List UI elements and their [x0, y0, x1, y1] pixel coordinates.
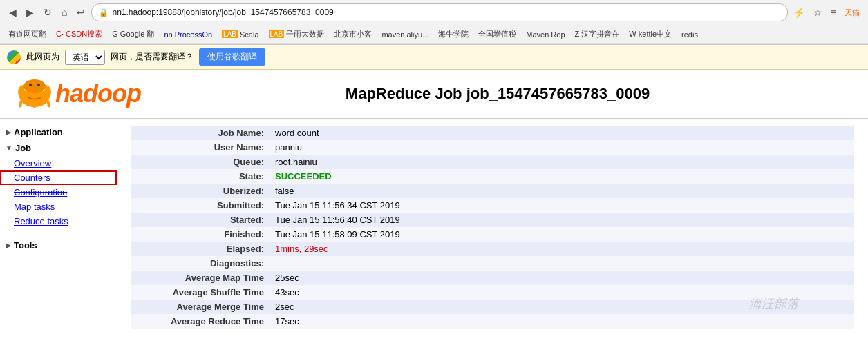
bookmark-hanzi[interactable]: Z 汉字拼音在 [572, 28, 623, 41]
forward-button[interactable]: ▶ [23, 6, 37, 19]
bookmark-csdn[interactable]: C· CSDN搜索 [53, 28, 105, 41]
row-value: false [270, 184, 854, 198]
bookmark-scala[interactable]: LAB Scala [219, 29, 261, 40]
bookmark-google[interactable]: G Google 翻 [109, 28, 157, 41]
row-value: Tue Jan 15 11:56:34 CST 2019 [270, 198, 854, 213]
row-value: SUCCEEDED [270, 169, 854, 184]
table-row: Average Shuffle Time43sec [131, 285, 854, 300]
menu-button[interactable]: ≡ [828, 6, 839, 19]
sidebar-overview-link[interactable]: Overview [0, 156, 117, 170]
content-area: Job Name:word countUser Name:panniuQueue… [117, 119, 868, 353]
bookmark-processon[interactable]: nn ProcessOn [161, 29, 215, 40]
sidebar-application-label: Application [14, 127, 63, 137]
row-label: Started: [131, 213, 270, 227]
translation-text1: 此网页为 [26, 51, 59, 63]
table-row: Uberized:false [131, 184, 854, 198]
bookmark-kettle[interactable]: W kettle中文 [626, 28, 674, 41]
row-value: Tue Jan 15 11:56:40 CST 2019 [270, 213, 854, 227]
bookmarks-bar: 有道网页翻 C· CSDN搜索 G Google 翻 nn ProcessOn … [0, 25, 868, 44]
row-value: 2sec [270, 300, 854, 314]
sidebar: ▶ Application ▼ Job Overview Counters Co… [0, 119, 117, 353]
sidebar-reduce-tasks-link[interactable]: Reduce tasks [0, 214, 117, 228]
table-row: Average Map Time25sec [131, 271, 854, 285]
bookmark-ziyu[interactable]: LAB 子雨大数据 [266, 28, 328, 41]
row-label: Elapsed: [131, 242, 270, 256]
row-value: word count [270, 126, 854, 140]
table-row: Elapsed:1mins, 29sec [131, 242, 854, 256]
elephant-icon [14, 77, 55, 111]
sidebar-map-tasks-link[interactable]: Map tasks [0, 199, 117, 214]
page-title: MapReduce Job job_1547457665783_0009 [141, 85, 854, 103]
bookmark-youDao[interactable]: 有道网页翻 [6, 28, 49, 41]
row-label: Finished: [131, 227, 270, 242]
home-button[interactable]: ⌂ [58, 6, 70, 19]
browser-right-icons: ⚡ ☆ ≡ 天猫 [791, 6, 862, 19]
row-label: Average Map Time [131, 271, 270, 285]
table-row: Job Name:word count [131, 126, 854, 140]
sidebar-divider [0, 233, 117, 233]
row-label: Queue: [131, 155, 270, 169]
row-label: Job Name: [131, 126, 270, 140]
row-value: root.hainiu [270, 155, 854, 169]
svg-point-6 [23, 79, 46, 93]
reload-button[interactable]: ↻ [40, 6, 55, 19]
job-arrow-icon: ▼ [6, 144, 12, 152]
sidebar-tools-label: Tools [14, 240, 37, 251]
history-button[interactable]: ↩ [73, 6, 88, 19]
sidebar-job-label: Job [15, 143, 31, 153]
translation-text2: 网页，是否需要翻译？ [111, 51, 194, 63]
lightning-button[interactable]: ⚡ [791, 6, 808, 19]
back-button[interactable]: ◀ [6, 6, 20, 19]
bookmark-hainiuxueyuan[interactable]: 海牛学院 [435, 28, 471, 41]
address-bar[interactable]: 🔒 nn1.hadoop:19888/jobhistory/job/job_15… [91, 3, 787, 21]
row-value [270, 256, 854, 271]
tigercat-button[interactable]: 天猫 [842, 6, 862, 19]
main-area: ▶ Application ▼ Job Overview Counters Co… [0, 119, 868, 353]
table-row: Average Reduce Time17sec [131, 314, 854, 329]
sidebar-configuration-link[interactable]: Configuration [0, 185, 117, 199]
browser-toolbar: ◀ ▶ ↻ ⌂ ↩ 🔒 nn1.hadoop:19888/jobhistory/… [0, 0, 868, 25]
job-info-table: Job Name:word countUser Name:panniuQueue… [131, 126, 854, 329]
row-label: Submitted: [131, 198, 270, 213]
sidebar-job-section[interactable]: ▼ Job [0, 140, 117, 156]
translate-button[interactable]: 使用谷歌翻译 [199, 48, 265, 66]
bookmark-maven[interactable]: maven.aliyu... [379, 29, 431, 40]
browser-chrome: ◀ ▶ ↻ ⌂ ↩ 🔒 nn1.hadoop:19888/jobhistory/… [0, 0, 868, 45]
svg-point-8 [37, 84, 40, 86]
bookmark-mavenrep[interactable]: Maven Rep [523, 29, 567, 40]
address-text: nn1.hadoop:19888/jobhistory/job/job_1547… [112, 8, 780, 17]
table-row: Submitted:Tue Jan 15 11:56:34 CST 2019 [131, 198, 854, 213]
svg-point-7 [29, 84, 32, 86]
table-row: State:SUCCEEDED [131, 169, 854, 184]
table-row: User Name:panniu [131, 140, 854, 155]
row-label: State: [131, 169, 270, 184]
chrome-icon [7, 50, 21, 64]
language-select[interactable]: 英语 [65, 50, 105, 65]
table-row: Finished:Tue Jan 15 11:58:09 CST 2019 [131, 227, 854, 242]
row-value: 43sec [270, 285, 854, 300]
sidebar-counters-link[interactable]: Counters [0, 170, 117, 185]
address-icon: 🔒 [99, 8, 108, 17]
table-row: Queue:root.hainiu [131, 155, 854, 169]
row-label: Average Reduce Time [131, 314, 270, 329]
row-label: Uberized: [131, 184, 270, 198]
row-value: Tue Jan 15 11:58:09 CST 2019 [270, 227, 854, 242]
application-arrow-icon: ▶ [6, 128, 11, 136]
bookmark-button[interactable]: ☆ [811, 6, 825, 19]
sidebar-tools-section[interactable]: ▶ Tools [0, 237, 117, 253]
bookmark-quanguo[interactable]: 全国增值税 [475, 28, 519, 41]
logo-text: hadoop [55, 79, 141, 108]
translation-bar: 此网页为 英语 网页，是否需要翻译？ 使用谷歌翻译 [0, 45, 868, 70]
table-row: Average Merge Time2sec [131, 300, 854, 314]
row-value: 1mins, 29sec [270, 242, 854, 256]
hadoop-logo: hadoop [14, 77, 141, 111]
row-label: User Name: [131, 140, 270, 155]
table-row: Started:Tue Jan 15 11:56:40 CST 2019 [131, 213, 854, 227]
bookmark-beijing[interactable]: 北京市小客 [331, 28, 375, 41]
row-value: panniu [270, 140, 854, 155]
page-content: hadoop MapReduce Job job_1547457665783_0… [0, 70, 868, 353]
row-value: 25sec [270, 271, 854, 285]
bookmark-redis[interactable]: redis [679, 29, 701, 40]
row-label: Diagnostics: [131, 256, 270, 271]
sidebar-application-section[interactable]: ▶ Application [0, 124, 117, 140]
